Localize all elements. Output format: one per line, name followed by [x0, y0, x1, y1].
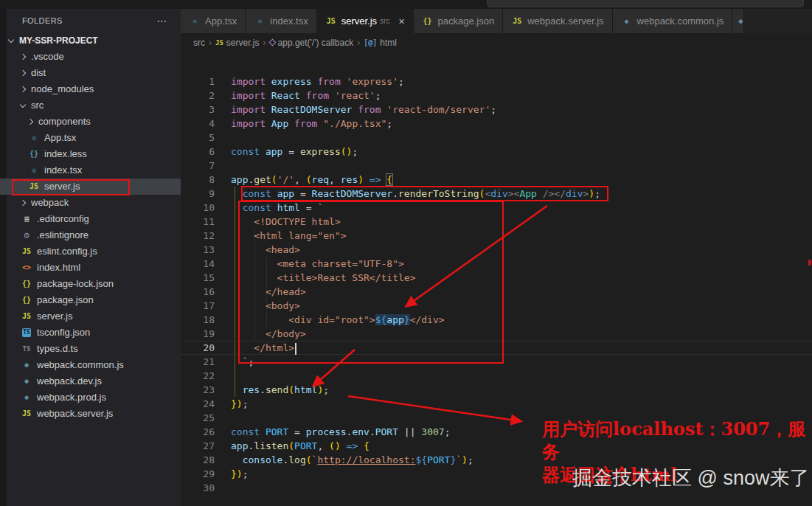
sidebar-item-eslint.config.js[interactable]: JSeslint.config.js [0, 243, 181, 260]
breadcrumb-item-2[interactable]: JSserver.js [215, 38, 260, 48]
sidebar-item-.vscode[interactable]: .vscode [0, 49, 181, 65]
breadcrumb-item-1[interactable]: src [193, 38, 205, 48]
webpack-icon: ◈ [21, 357, 32, 373]
breadcrumb-item-3[interactable]: app.get('/') callback [270, 38, 354, 48]
tab-index.tsx[interactable]: ⚛index.tsx [246, 9, 316, 33]
token: PORT [427, 454, 450, 465]
line-number: 9 [181, 187, 215, 201]
code-line-1[interactable]: 1import express from 'express'; [181, 74, 812, 89]
sidebar-item-tsconfig.json[interactable]: TStsconfig.json [0, 325, 181, 341]
sidebar-item-server.js[interactable]: JSserver.js [0, 308, 181, 325]
line-number: 29 [181, 467, 215, 481]
titlebar-search-box[interactable] [487, 0, 804, 7]
code-text: <title>React SSR</title> [231, 272, 415, 283]
token: { [364, 440, 369, 451]
sidebar-item-types.d.ts[interactable]: TStypes.d.ts [0, 341, 181, 357]
token: ${ [415, 454, 427, 465]
code-line-9[interactable]: 9 const app = ReactDOMServer.renderToStr… [181, 187, 812, 201]
code-text: const app = ReactDOMServer.renderToStrin… [231, 188, 600, 199]
sidebar-item-package.json[interactable]: {}package.json [0, 292, 181, 308]
tab-server.js[interactable]: JSserver.jssrc× [317, 9, 414, 33]
sidebar-item-index.tsx[interactable]: ⚛index.tsx [0, 162, 181, 179]
token [231, 454, 243, 465]
explorer-sidebar: FOLDERS ⋯ MY-SSR-PROJECT .vscodedistnode… [0, 9, 181, 506]
code-text: </body> [231, 328, 306, 339]
code-line-7[interactable]: 7 [181, 159, 812, 173]
code-line-14[interactable]: 14 <meta charset="UTF-8"> [181, 257, 812, 271]
file-label: webpack [31, 195, 69, 211]
token: get [254, 174, 271, 185]
breadcrumb-separator: › [263, 38, 266, 48]
code-line-11[interactable]: 11 <!DOCTYPE html> [181, 215, 812, 229]
code-line-4[interactable]: 4import App from "./App.tsx"; [181, 117, 812, 131]
line-number: 18 [181, 313, 215, 327]
js-icon: JS [21, 243, 32, 260]
code-line-10[interactable]: 10 const html = ` [181, 201, 812, 215]
token: <body> [231, 300, 300, 311]
sidebar-item-webpack.prod.js[interactable]: ◈webpack.prod.js [0, 389, 181, 406]
code-text: res.send(html); [231, 384, 329, 395]
code-line-2[interactable]: 2import React from 'react'; [181, 89, 812, 103]
code-line-6[interactable]: 6const app = express(); [181, 145, 812, 159]
sidebar-item-webpack.dev.js[interactable]: ◈webpack.dev.js [0, 373, 181, 389]
code-line-21[interactable]: 21 `; [181, 355, 812, 369]
tab-webpack.server.js[interactable]: JSwebpack.server.js [503, 9, 612, 33]
tab-partial[interactable]: ◈ [732, 9, 744, 33]
code-line-17[interactable]: 17 <body> [181, 299, 812, 313]
token: app [231, 174, 248, 185]
tree-root-my-ssr-project[interactable]: MY-SSR-PROJECT [0, 32, 181, 49]
code-line-16[interactable]: 16 </head> [181, 285, 812, 299]
sidebar-item-index.less[interactable]: {}index.less [0, 146, 181, 162]
sidebar-item-package-lock.json[interactable]: {}package-lock.json [0, 276, 181, 292]
sidebar-item-src[interactable]: src [0, 97, 181, 114]
breadcrumb-separator: › [357, 38, 360, 48]
token: <head> [231, 244, 300, 255]
line-number: 12 [181, 229, 215, 243]
sidebar-item-index.html[interactable]: <>index.html [0, 260, 181, 276]
token: div [490, 188, 507, 199]
token: </head> [231, 286, 306, 297]
sidebar-item-.eslintignore[interactable]: ◎.eslintignore [0, 227, 181, 243]
sidebar-item-node_modules[interactable]: node_modules [0, 81, 181, 97]
code-line-12[interactable]: 12 <html lang="en"> [181, 229, 812, 243]
code-text: }); [231, 468, 248, 479]
code-line-20[interactable]: 20 </html> [181, 341, 812, 355]
file-label: index.less [44, 146, 87, 162]
code-line-22[interactable]: 22 [181, 369, 812, 383]
sidebar-item-.editorconfig[interactable]: ≡.editorconfig [0, 211, 181, 227]
code-line-5[interactable]: 5 [181, 131, 812, 145]
token: ; [490, 104, 496, 115]
tab-label: index.tsx [270, 15, 308, 27]
code-text: const html = ` [231, 202, 323, 213]
sidebar-item-webpack.common.js[interactable]: ◈webpack.common.js [0, 357, 181, 373]
token: 'express' [347, 76, 398, 87]
token: listen [254, 440, 288, 451]
sidebar-item-components[interactable]: components [0, 114, 181, 130]
token: 3007 [421, 426, 444, 437]
annotation-note-line1: 用户访问localhost：3007，服务 [542, 417, 808, 463]
token: div [566, 188, 583, 199]
tab-webpack.common.js[interactable]: ◈webpack.common.js [613, 9, 733, 33]
tab-App.tsx[interactable]: ⚛App.tsx [181, 9, 246, 33]
code-line-13[interactable]: 13 <head> [181, 243, 812, 257]
token: }) [231, 468, 243, 479]
sidebar-item-App.tsx[interactable]: ⚛App.tsx [0, 130, 181, 146]
file-label: .eslintignore [37, 227, 89, 243]
sidebar-item-server.js[interactable]: JSserver.js [0, 179, 181, 195]
code-line-19[interactable]: 19 </body> [181, 327, 812, 341]
code-line-24[interactable]: 24}); [181, 397, 812, 411]
breadcrumb-item-4[interactable]: [@]html [364, 38, 397, 48]
tab-close-icon[interactable]: × [398, 16, 404, 27]
sidebar-item-webpack[interactable]: webpack [0, 195, 181, 211]
sidebar-item-webpack.server.js[interactable]: JSwebpack.server.js [0, 406, 181, 422]
tab-package.json[interactable]: {}package.json [414, 9, 504, 33]
code-line-18[interactable]: 18 <div id="root">${app}</div> [181, 313, 812, 327]
code-line-8[interactable]: 8app.get('/', (req, res) => { [181, 173, 812, 187]
code-line-3[interactable]: 3import ReactDOMServer from 'react-dom/s… [181, 103, 812, 117]
line-number: 3 [181, 103, 215, 117]
more-actions-icon[interactable]: ⋯ [157, 9, 167, 32]
code-line-15[interactable]: 15 <title>React SSR</title> [181, 271, 812, 285]
sidebar-item-dist[interactable]: dist [0, 65, 181, 81]
code-line-23[interactable]: 23 res.send(html); [181, 383, 812, 397]
breadcrumb-label: src [193, 38, 205, 48]
